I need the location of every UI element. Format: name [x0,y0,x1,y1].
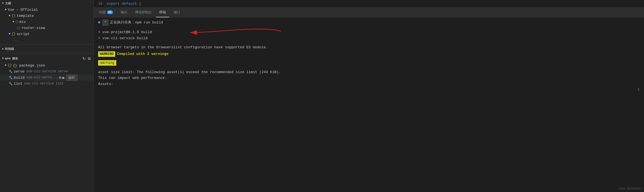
problems-badge: 21 [107,10,113,14]
spacer-1 [98,26,640,30]
router-view-label: router-view [21,26,45,30]
task-dot [98,21,100,23]
build-wrench-icon: 🔧 [9,76,13,79]
outline-label: 大纲 [5,1,11,6]
assets-label-line: Assets: [98,81,640,87]
outline-section[interactable]: ▶ 大纲 [0,0,93,7]
npm-header[interactable]: ▶ NPM 脚本 ↻ ⧉ [0,55,93,62]
serve-wrench-icon: 🔧 [9,70,13,73]
div-chevron: ▶ [12,21,15,23]
sidebar-item-div[interactable]: ▶ ⬡ div [0,19,93,25]
template-icon: {} [12,14,15,18]
code-line-number: 16 [98,2,103,6]
vue-official-chevron: ▶ [4,9,7,10]
sidebar-item-partial[interactable]: ... [0,37,93,43]
sidebar-item-vue-official[interactable]: ▶ Vue - Official [0,7,93,13]
vue-official-label: Vue - Official [8,8,38,12]
spacer-3 [98,57,640,60]
npm-line-1: > vue-project@0.1.0 build [98,30,640,35]
build-run-icon[interactable]: ▶ [63,75,65,80]
warning-badge: WARNING [98,51,115,57]
assets-label: Assets: [98,81,113,87]
main-area: 16 export default { 问题 21 输出 调试控制台 终端 端口… [94,0,644,192]
asset-text-1: asset size limit: The following asset(s)… [98,70,281,75]
watermark: CSDN @CCH2024 [618,186,642,191]
tab-debug-console[interactable]: 调试控制台 [132,8,155,17]
template-label: template [17,14,34,18]
script-icon: {} [12,32,15,36]
sidebar-item-package-json[interactable]: ▶ {} {} package.json [0,62,93,68]
code-text: export default { [107,2,141,6]
code-area: 16 export default { [94,0,644,8]
lint-wrench-icon: 🔧 [9,82,13,86]
router-view-icon: ⬡ [17,26,20,30]
sidebar-item-lint[interactable]: 🔧 lint vue-cli-service lint [0,81,93,87]
timeline-chevron: ▶ [2,47,4,50]
npm-header-actions: ↻ ⧉ [82,56,91,62]
package-chevron: ▶ [4,65,7,66]
build-sub: vue-cli-servi... [26,76,58,79]
browser-line: All browser targets in the browserslist … [98,45,640,50]
star-badge: * [103,20,108,26]
timeline-label: 时间线 [5,47,14,51]
npm-add-button[interactable]: ⧉ [87,56,91,62]
tab-output-label: 输出 [121,10,127,15]
spacer-4 [98,67,640,70]
divider-2 [0,53,93,54]
task-text: 正在执行任务：npm run build [110,20,163,25]
npm-header-left: ▶ NPM 脚本 [2,57,18,61]
tab-problems[interactable]: 问题 21 [96,8,116,17]
npm-text-2: > vue-cli-service build [98,36,147,41]
asset-line-1: asset size limit: The following asset(s)… [98,70,640,75]
serve-label: serve [14,70,25,74]
task-line: * 正在执行任务：npm run build [98,20,640,26]
package-json-label: {} package.json [13,63,45,68]
tab-port-label: 端口 [174,10,180,15]
build-label: build [14,76,25,80]
warning-small-line: warning [98,60,640,67]
sidebar-item-router-view[interactable]: ⬡ router-view [0,25,93,31]
warning-compiled-line: WARNING Compiled with 2 warnings [98,51,640,57]
warning-small-badge: warning [98,60,116,66]
outline-chevron: ▶ [1,2,5,4]
terminal-content[interactable]: * 正在执行任务：npm run build > vue-project@0.1… [94,17,644,192]
spacer-2 [98,41,640,45]
lint-label: lint [14,82,22,86]
sidebar-item-serve[interactable]: 🔧 serve vue-cli-service serve [0,68,93,74]
sidebar-item-template[interactable]: ▶ {} template [0,13,93,19]
run-tooltip: 运行 [66,74,77,81]
tab-problems-label: 问题 [99,10,106,15]
tab-port[interactable]: 端口 [170,8,184,17]
sidebar-item-script[interactable]: ▶ {} script [0,31,93,37]
lint-sub: vue-cli-service lint [24,82,64,86]
tab-terminal-label: 终端 [159,10,166,15]
browser-text: All browser targets in the browserslist … [98,45,268,50]
serve-sub: vue-cli-service serve [26,70,68,73]
tab-terminal[interactable]: 终端 [156,8,169,17]
package-json-icon: {} [8,63,12,67]
sidebar-item-build[interactable]: 🔧 build vue-cli-servi... ⚙ ▶ 运行 [0,74,93,81]
npm-refresh-button[interactable]: ↻ [82,56,86,61]
tab-output[interactable]: 输出 [117,8,131,17]
asset-line-2: This can impact web performance. [98,75,640,81]
timeline-section[interactable]: ▶ 时间线 [0,46,93,52]
script-label: script [17,32,29,36]
task-header: * 正在执行任务：npm run build [103,20,163,26]
npm-line-2: > vue-cli-service build [98,36,640,41]
divider-1 [0,44,93,44]
npm-label: NPM 脚本 [5,57,18,61]
asset-text-2: This can impact web performance. [98,75,167,81]
tab-debug-label: 调试控制台 [135,10,152,15]
div-label: div [19,20,26,24]
build-debug-icon[interactable]: ⚙ [59,75,61,80]
npm-text-1: > vue-project@0.1.0 build [98,30,152,35]
sidebar: ▶ 大纲 ▶ Vue - Official ▶ {} template ▶ ⬡ … [0,0,94,192]
script-chevron: ▶ [8,33,11,35]
partial-label: ... [13,38,19,42]
div-icon: ⬡ [15,20,18,24]
npm-chevron: ▶ [1,58,5,59]
warning-compiled-text: Compiled with 2 warnings [117,51,168,57]
terminal-tabs: 问题 21 输出 调试控制台 终端 端口 [94,8,644,17]
terminal-line-number: 1 [638,87,640,92]
template-chevron: ▶ [8,15,11,17]
